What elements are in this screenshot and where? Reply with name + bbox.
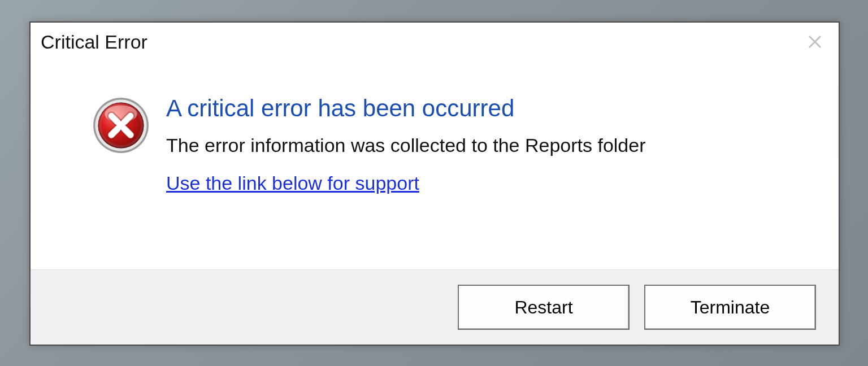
terminate-button[interactable]: Terminate [644,285,816,330]
close-button[interactable] [801,28,828,55]
support-link[interactable]: Use the link below for support [166,172,419,194]
dialog-content: A critical error has been occurred The e… [31,55,839,269]
icon-column [81,95,160,247]
error-dialog: Critical Error [29,21,840,346]
dialog-footer: Restart Terminate [31,269,839,345]
error-icon [90,95,151,156]
close-icon [806,33,823,50]
text-column: A critical error has been occurred The e… [160,95,816,247]
titlebar: Critical Error [31,23,839,55]
dialog-title: Critical Error [41,31,147,53]
restart-button[interactable]: Restart [458,285,630,330]
error-headline: A critical error has been occurred [166,95,816,122]
desktop-background: Critical Error [0,0,868,366]
error-subtext: The error information was collected to t… [166,134,816,156]
